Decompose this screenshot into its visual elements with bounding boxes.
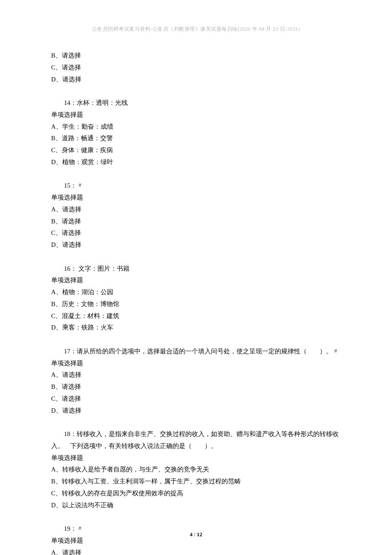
body-text: B、请选择 C、请选择 D、请选择 14：水杯：透明：光线 单项选择题 A、学生… <box>51 50 341 555</box>
question-type: 单项选择题 <box>51 192 341 204</box>
option: A、请选择 <box>51 547 341 555</box>
spacer <box>51 416 341 428</box>
option: B、请选择 <box>51 381 341 393</box>
option: C、转移收入的存在是因为产权使用效率的提高 <box>51 488 341 500</box>
option: B、历史：文物：博物馆 <box>51 298 341 310</box>
spacer <box>51 334 341 346</box>
option: A、学生：勤奋：成绩 <box>51 121 341 133</box>
option: C、混凝土：材料：建筑 <box>51 310 341 322</box>
question-type: 单项选择题 <box>51 109 341 121</box>
option: D、请选择 <box>51 405 341 417</box>
option: C、请选择 <box>51 227 341 239</box>
option: D、以上说法均不正确 <box>51 500 341 512</box>
spacer <box>51 251 341 263</box>
option: D、乘客：铁路：火车 <box>51 322 341 334</box>
page-footer: 4 / 12 <box>0 531 392 538</box>
option: A、请选择 <box>51 204 341 216</box>
page-header: 公务员招聘考试复习资料-公务员《判断推理》通关试题每日练(2020 年 08 月… <box>51 26 341 33</box>
option: A、植物：湖泊：公园 <box>51 286 341 298</box>
question-stem: 18：转移收入，是指来自非生产、交换过程的收入，如资助、赠与和遗产收入等各种形式… <box>51 428 341 452</box>
page-container: 公务员招聘考试复习资料-公务员《判断推理》通关试题每日练(2020 年 08 月… <box>0 0 392 555</box>
question-type: 单项选择题 <box>51 275 341 286</box>
spacer <box>51 168 341 180</box>
spacer <box>51 85 341 97</box>
question-stem: 17：请从所给的四个选项中，选择最合适的一个填入问号处，使之呈现一定的规律性（ … <box>51 346 341 358</box>
option: A、请选择 <box>51 369 341 381</box>
option: C、请选择 <box>51 62 341 74</box>
option: B、转移收入与工资、业主利润等一样，属于生产、交换过程的范畴 <box>51 476 341 488</box>
page-number-sep: / <box>193 531 197 538</box>
option: D、请选择 <box>51 74 341 86</box>
question-stem: 14：水杯：透明：光线 <box>51 97 341 109</box>
option: C、身体：健康：疾病 <box>51 145 341 156</box>
option: C、请选择 <box>51 393 341 405</box>
option: D、请选择 <box>51 239 341 251</box>
question-stem: 15：〃 <box>51 180 341 192</box>
question-type: 单项选择题 <box>51 358 341 370</box>
option: B、请选择 <box>51 216 341 228</box>
option: A、转移收入是给予者自愿的，与生产、交换的竞争无关 <box>51 464 341 476</box>
option: D、植物：观赏：绿叶 <box>51 156 341 168</box>
option: B、请选择 <box>51 50 341 62</box>
spacer <box>51 511 341 523</box>
question-type: 单项选择题 <box>51 452 341 464</box>
option: B、道路：畅通：交警 <box>51 133 341 145</box>
page-number-total: 12 <box>197 531 202 538</box>
question-stem: 16： 文字：图片：书籍 <box>51 263 341 275</box>
